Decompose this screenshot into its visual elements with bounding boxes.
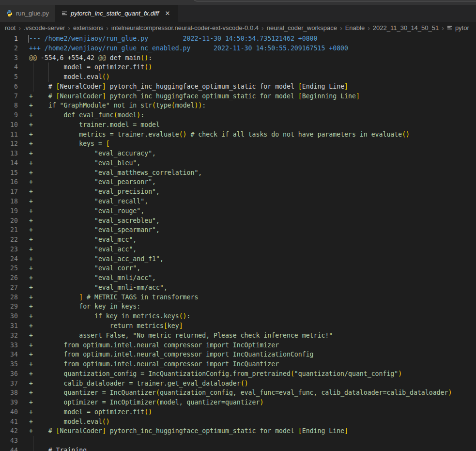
line-number: 24	[0, 254, 18, 264]
code-line[interactable]: 2+++ /home2/wenjiaoy/run_glue_nc_enabled…	[0, 44, 476, 53]
code-text: + return metrics[key]	[29, 322, 183, 329]
breadcrumb-item[interactable]: .vscode-server	[23, 24, 65, 31]
line-number: 33	[0, 341, 18, 350]
line-number: 6	[0, 82, 18, 92]
code-line[interactable]: 21+ "eval_spearmanr",	[0, 225, 476, 235]
code-line[interactable]: 1--- /home2/wenjiaoy/run_glue.py 2022-11…	[0, 34, 476, 44]
code-line[interactable]: 3@@ -554,6 +554,42 @@ def main():	[0, 53, 476, 63]
indent-guide	[33, 62, 33, 72]
code-line[interactable]: 11+ metrics = trainer.evaluate() # check…	[0, 130, 476, 140]
code-line[interactable]: 41+ model.eval()	[0, 417, 476, 427]
code-line[interactable]: 7+ # [NeuralCoder] pytorch_inc_huggingfa…	[0, 92, 476, 101]
breadcrumb-file[interactable]: pytor	[446, 24, 469, 31]
line-number: 31	[0, 321, 18, 331]
code-line[interactable]: 43	[0, 436, 476, 446]
diff-file-icon	[61, 10, 68, 17]
code-editor[interactable]: 1--- /home2/wenjiaoy/run_glue.py 2022-11…	[0, 34, 476, 451]
code-text: + "eval_corr",	[29, 264, 140, 272]
code-line[interactable]: 31+ return metrics[key]	[0, 321, 476, 331]
code-line[interactable]: 16+ "eval_pearsonr",	[0, 177, 476, 187]
code-line[interactable]: 12+ keys = [	[0, 139, 476, 149]
code-text: + quantizer = IncQuantizer(quantization_…	[29, 389, 452, 396]
code-text: + model.eval()	[29, 418, 110, 425]
indent-guide	[33, 436, 33, 446]
code-text: + for key in keys:	[29, 303, 140, 310]
tab-run-glue-py[interactable]: run_glue.py	[0, 5, 55, 22]
code-text: + "eval_spearmanr",	[29, 226, 160, 233]
code-line[interactable]: 8+ if "GraphModule" not in str(type(mode…	[0, 101, 476, 110]
line-number: 25	[0, 264, 18, 273]
code-line[interactable]: 35+ from optimum.intel.neural_compressor…	[0, 359, 476, 369]
line-number: 18	[0, 197, 18, 206]
code-line[interactable]: 32+ assert False, "No metric returned, P…	[0, 331, 476, 341]
editor-tab-bar: run_glue.py pytorch_inc_static_quant_fx.…	[0, 5, 476, 22]
code-text: + metrics = trainer.evaluate() # check i…	[29, 131, 410, 138]
code-line[interactable]: 14+ "eval_bleu",	[0, 158, 476, 168]
code-line[interactable]: 37+ calib_dataloader = trainer.get_eval_…	[0, 379, 476, 389]
window-top-strip	[0, 0, 476, 5]
breadcrumb-item[interactable]: extensions	[73, 24, 104, 31]
breadcrumb-item[interactable]: root	[4, 24, 16, 31]
code-text: + "eval_sacrebleu",	[29, 217, 160, 224]
code-text: --- /home2/wenjiaoy/run_glue.py 2022-11-…	[29, 35, 317, 42]
line-number: 30	[0, 311, 18, 321]
code-line[interactable]: 19+ "eval_rouge",	[0, 206, 476, 216]
code-line[interactable]: 27+ "eval_mnli-mm/acc",	[0, 283, 476, 293]
code-text: # [NeuralCoder] pytorch_inc_huggingface_…	[29, 83, 348, 90]
breadcrumb-item[interactable]: neural_coder_workspace	[266, 24, 338, 31]
code-text: + "eval_bleu",	[29, 159, 140, 167]
breadcrumb-separator: ›	[365, 24, 372, 32]
code-line[interactable]: 20+ "eval_sacrebleu",	[0, 216, 476, 226]
code-line[interactable]: 30+ if key in metrics.keys():	[0, 311, 476, 321]
code-text: + "eval_precision",	[29, 188, 160, 195]
breadcrumb: root›.vscode-server›extensions›intelneur…	[0, 22, 476, 34]
code-line[interactable]: 5 model.eval()	[0, 72, 476, 82]
code-line[interactable]: 6 # [NeuralCoder] pytorch_inc_huggingfac…	[0, 82, 476, 92]
code-line[interactable]: 15+ "eval_matthews_correlation",	[0, 168, 476, 178]
code-line[interactable]: 17+ "eval_precision",	[0, 187, 476, 197]
code-line[interactable]: 22+ "eval_mcc",	[0, 235, 476, 245]
code-line[interactable]: 44 # Training	[0, 446, 476, 451]
line-number: 7	[0, 92, 18, 101]
code-line[interactable]: 34+ from optimum.intel.neural_compressor…	[0, 350, 476, 359]
close-icon[interactable]: ✕	[163, 9, 172, 18]
line-number: 17	[0, 187, 18, 197]
code-line[interactable]: 9+ def eval_func(model):	[0, 110, 476, 120]
breadcrumb-item[interactable]: 2022_11_30_14_50_51	[372, 24, 439, 31]
line-number: 5	[0, 72, 18, 82]
line-number: 27	[0, 283, 18, 293]
code-line[interactable]: 40+ model = optimizer.fit()	[0, 407, 476, 417]
breadcrumb-file-label: pytor	[455, 24, 469, 31]
code-line[interactable]: 42+ # [NeuralCoder] pytorch_inc_huggingf…	[0, 426, 476, 436]
line-number: 38	[0, 388, 18, 398]
line-number: 41	[0, 417, 18, 427]
code-line[interactable]: 25+ "eval_corr",	[0, 264, 476, 273]
indent-guide	[48, 62, 49, 72]
code-line[interactable]: 39+ optimizer = IncOptimizer(model, quan…	[0, 398, 476, 407]
code-line[interactable]: 23+ "eval_acc",	[0, 245, 476, 254]
breadcrumb-item[interactable]: Enable	[345, 24, 365, 31]
code-line[interactable]: 18+ "eval_recall",	[0, 197, 476, 206]
code-line[interactable]: 26+ "eval_mnli/acc",	[0, 273, 476, 283]
code-line[interactable]: 36+ quantization_config = IncQuantizatio…	[0, 369, 476, 379]
code-text: + calib_dataloader = trainer.get_eval_da…	[29, 380, 248, 387]
code-line[interactable]: 24+ "eval_acc_and_f1",	[0, 254, 476, 264]
code-line[interactable]: 13+ "eval_accuracy",	[0, 149, 476, 158]
diff-file-icon	[446, 25, 453, 31]
code-line[interactable]: 4 model = optimizer.fit()	[0, 62, 476, 72]
code-text: +++ /home2/wenjiaoy/run_glue_nc_enabled.…	[29, 45, 348, 52]
code-text: + "eval_accuracy",	[29, 150, 156, 157]
code-line[interactable]: 10+ trainer.model = model	[0, 120, 476, 130]
code-line[interactable]: 28+ ] # METRIC_TAGS in transformers	[0, 293, 476, 302]
code-text: + "eval_mnli/acc",	[29, 274, 156, 281]
tab-pytorch-inc-static-quant-fx-diff[interactable]: pytorch_inc_static_quant_fx.diff ✕	[55, 5, 178, 22]
line-number: 19	[0, 206, 18, 216]
breadcrumb-item[interactable]: intelneuralcompressor.neural-coder-ext-v…	[111, 24, 259, 31]
code-text: + from optimum.intel.neural_compressor i…	[29, 342, 279, 349]
line-number: 37	[0, 379, 18, 389]
code-line[interactable]: 33+ from optimum.intel.neural_compressor…	[0, 341, 476, 350]
code-line[interactable]: 38+ quantizer = IncQuantizer(quantizatio…	[0, 388, 476, 398]
code-text: model.eval()	[29, 73, 110, 80]
line-number: 3	[0, 53, 18, 63]
code-line[interactable]: 29+ for key in keys:	[0, 302, 476, 311]
